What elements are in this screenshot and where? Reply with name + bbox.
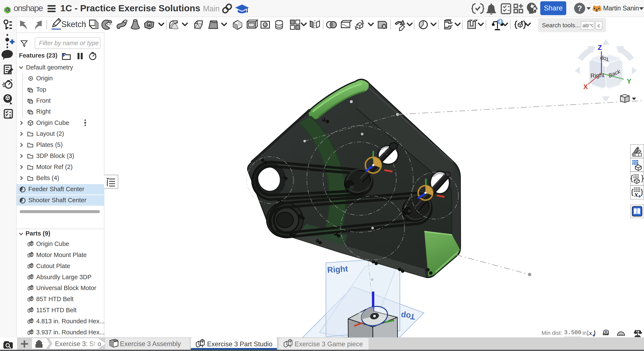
svg-text:?: ? (577, 4, 582, 13)
svg-text:onshape: onshape (14, 4, 43, 13)
svg-text:Top: Top (400, 311, 416, 321)
svg-text:Z: Z (598, 44, 602, 51)
svg-text:Right: Right (327, 264, 348, 274)
svg-text:x: x (634, 190, 638, 198)
svg-text:Exercise 3 Assembly: Exercise 3 Assembly (120, 340, 181, 347)
svg-text:X: X (583, 83, 588, 91)
svg-text:Exercise 3 Game piece: Exercise 3 Game piece (295, 340, 363, 348)
svg-text:x: x (589, 330, 592, 336)
svg-text:Y: Y (627, 77, 631, 85)
svg-text:Right: Right (590, 72, 604, 79)
svg-text:Exercise 3 Part Studio: Exercise 3 Part Studio (207, 340, 272, 348)
